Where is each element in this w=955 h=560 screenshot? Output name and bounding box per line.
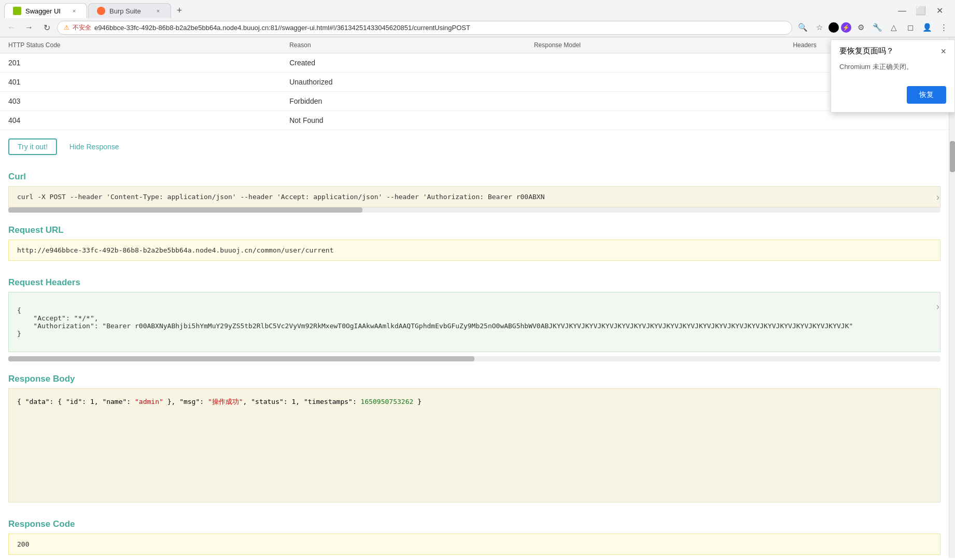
- headers-404: [784, 111, 949, 130]
- forward-button[interactable]: →: [22, 20, 36, 35]
- table-row: 201 Created: [0, 53, 949, 73]
- browser-chrome: Swagger UI × Burp Suite × + — ⬜ ✕ ← → ↻ …: [0, 0, 955, 37]
- rb-msg-key: "msg": "操作成功",: [179, 398, 247, 405]
- model-201: [526, 53, 784, 73]
- swagger-favicon: [13, 7, 21, 15]
- page-scrollbar[interactable]: [949, 37, 955, 558]
- rb-data-close: },: [167, 398, 176, 405]
- profile-icon[interactable]: 👤: [920, 20, 934, 35]
- rb-data-key: "data": {: [25, 398, 62, 405]
- extra-icon-2[interactable]: ◻: [903, 20, 918, 35]
- response-code-block: 200: [8, 534, 940, 555]
- status-code-201: 201: [0, 53, 281, 73]
- burp-favicon: [97, 7, 105, 15]
- request-url-block: http://e946bbce-33fc-492b-86b8-b2a2be5bb…: [8, 240, 940, 261]
- model-404: [526, 111, 784, 130]
- window-minimize[interactable]: —: [895, 4, 909, 18]
- request-url-label: Request URL: [0, 217, 949, 240]
- status-code-401: 401: [0, 73, 281, 92]
- status-table: HTTP Status Code Reason Response Model H…: [0, 37, 949, 130]
- rb-brace-close: }: [417, 398, 422, 405]
- purple-icon[interactable]: ⚡: [841, 22, 851, 33]
- curl-section-label: Curl: [0, 163, 949, 186]
- tab-bar: Swagger UI × Burp Suite × + — ⬜ ✕: [0, 0, 955, 18]
- restore-dialog-header: 要恢复页面吗？ ×: [831, 40, 954, 60]
- tab-swagger-close[interactable]: ×: [70, 7, 78, 15]
- try-it-out-button[interactable]: Try it out!: [8, 138, 57, 155]
- new-tab-button[interactable]: +: [172, 4, 187, 18]
- curl-scrollbar[interactable]: [8, 207, 940, 213]
- rb-status-key: "status": 1,: [251, 398, 300, 405]
- address-input[interactable]: ⚠ 不安全 e946bbce-33fc-492b-86b8-b2a2be5bb6…: [57, 21, 792, 35]
- col-header-reason: Reason: [281, 37, 526, 53]
- response-code-label: Response Code: [0, 511, 949, 534]
- main-content: HTTP Status Code Reason Response Model H…: [0, 37, 955, 558]
- tab-swagger[interactable]: Swagger UI ×: [4, 3, 87, 18]
- response-body-content: { "data": { "id": 1, "name": "admin" }, …: [17, 397, 932, 407]
- window-restore[interactable]: ⬜: [914, 4, 928, 18]
- toolbar-icons: 🔍 ☆ ⚡ ⚙ 🔧 △ ◻ 👤 ⋮: [795, 20, 951, 35]
- reason-404: Not Found: [281, 111, 526, 130]
- accept-key: "Accept": "*/*",: [25, 314, 99, 322]
- reload-button[interactable]: ↻: [39, 20, 54, 35]
- auth-key: "Authorization": "Bearer r00ABXNyABhjbi5…: [25, 322, 853, 330]
- tab-burp-close[interactable]: ×: [154, 7, 162, 15]
- reason-401: Unauthorized: [281, 73, 526, 92]
- table-row: 404 Not Found: [0, 111, 949, 130]
- bookmark-icon[interactable]: ☆: [812, 20, 826, 35]
- scroll-right-arrow-2[interactable]: ›: [936, 301, 939, 312]
- response-body-label: Response Body: [0, 366, 949, 388]
- headers-scrollbar[interactable]: [8, 356, 940, 361]
- window-close[interactable]: ✕: [932, 4, 947, 18]
- rb-id-key: "id": 1,: [66, 398, 99, 405]
- reason-403: Forbidden: [281, 92, 526, 111]
- scroll-right-arrow[interactable]: ›: [936, 191, 939, 202]
- swagger-container: HTTP Status Code Reason Response Model H…: [0, 37, 949, 555]
- restore-dialog-title: 要恢复页面吗？: [839, 46, 894, 56]
- dark-circle-icon[interactable]: [828, 22, 839, 33]
- rb-name-key: "name": "admin": [102, 398, 163, 405]
- hide-response-link[interactable]: Hide Response: [69, 143, 119, 151]
- restore-button[interactable]: 恢复: [907, 86, 946, 104]
- request-headers-label: Request Headers: [0, 269, 949, 292]
- brace-open: {: [17, 306, 21, 314]
- back-button[interactable]: ←: [4, 20, 19, 35]
- rb-timestamps-key: "timestamps": 1650950753262: [304, 398, 413, 405]
- table-row: 401 Unauthorized: [0, 73, 949, 92]
- table-row: 403 Forbidden: [0, 92, 949, 111]
- tab-burp-label: Burp Suite: [109, 7, 141, 15]
- restore-dialog-message: Chromium 未正确关闭。: [839, 63, 913, 71]
- reason-201: Created: [281, 53, 526, 73]
- rb-brace-open: {: [17, 398, 21, 405]
- tab-swagger-label: Swagger UI: [25, 7, 61, 15]
- col-header-response-model: Response Model: [526, 37, 784, 53]
- restore-dialog-close-button[interactable]: ×: [940, 47, 946, 56]
- restore-dialog-body: Chromium 未正确关闭。: [831, 60, 954, 80]
- status-code-404: 404: [0, 111, 281, 130]
- address-bar: ← → ↻ ⚠ 不安全 e946bbce-33fc-492b-86b8-b2a2…: [0, 18, 955, 37]
- status-code-403: 403: [0, 92, 281, 111]
- request-headers-block: { "Accept": "*/*", "Authorization": "Bea…: [8, 292, 940, 352]
- extensions-icon[interactable]: 🔧: [870, 20, 884, 35]
- headers-scrollbar-thumb: [8, 356, 474, 361]
- model-401: [526, 73, 784, 92]
- brace-close: }: [17, 330, 21, 338]
- response-body-block: { "data": { "id": 1, "name": "admin" }, …: [8, 388, 940, 502]
- model-403: [526, 92, 784, 111]
- extra-icon-1[interactable]: △: [887, 20, 901, 35]
- tab-burp[interactable]: Burp Suite ×: [88, 3, 171, 18]
- controls-row: Try it out! Hide Response: [0, 130, 949, 163]
- curl-code-block: curl -X POST --header 'Content-Type: app…: [8, 186, 940, 207]
- menu-icon[interactable]: ⋮: [936, 20, 951, 35]
- gear-icon[interactable]: ⚙: [853, 20, 868, 35]
- page-content: HTTP Status Code Reason Response Model H…: [0, 37, 949, 558]
- search-icon[interactable]: 🔍: [795, 20, 810, 35]
- address-text: e946bbce-33fc-492b-86b8-b2a2be5bb64a.nod…: [94, 24, 470, 32]
- restore-dialog: 要恢复页面吗？ × Chromium 未正确关闭。 恢复: [831, 39, 955, 113]
- curl-scrollbar-thumb: [8, 207, 362, 213]
- warning-icon: ⚠: [64, 24, 69, 31]
- insecure-label: 不安全: [73, 23, 91, 32]
- col-header-status-code: HTTP Status Code: [0, 37, 281, 53]
